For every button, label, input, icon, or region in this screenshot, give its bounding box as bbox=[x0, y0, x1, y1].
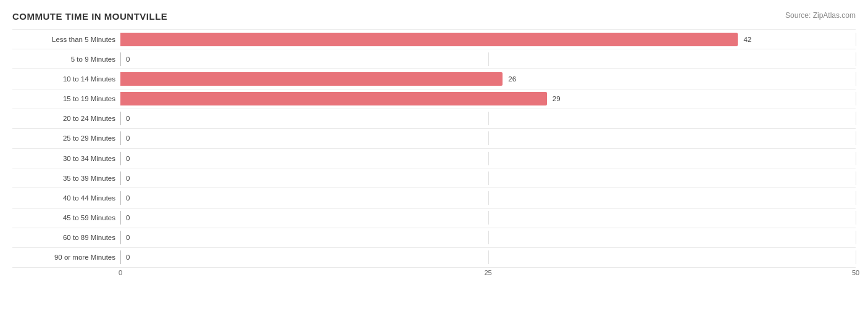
bar-track: 0 bbox=[120, 52, 856, 66]
bar-value-label: 42 bbox=[741, 36, 751, 43]
bar-track: 0 bbox=[120, 131, 856, 145]
bar-row: 90 or more Minutes0 bbox=[12, 248, 856, 268]
chart-area: Less than 5 Minutes425 to 9 Minutes010 t… bbox=[12, 29, 856, 281]
bar-row: 15 to 19 Minutes29 bbox=[12, 89, 856, 109]
bar-track: 0 bbox=[120, 171, 856, 185]
bar-label: 10 to 14 Minutes bbox=[12, 75, 120, 83]
bar-zero-label: 0 bbox=[123, 56, 130, 63]
bar-value-label: 26 bbox=[506, 75, 516, 83]
chart-source: Source: ZipAtlas.com bbox=[785, 11, 856, 20]
bar-track: 0 bbox=[120, 112, 856, 125]
bar-track: 26 bbox=[120, 72, 856, 86]
bar-zero-label: 0 bbox=[123, 234, 130, 241]
chart-container: COMMUTE TIME IN MOUNTVILLE Source: ZipAt… bbox=[0, 0, 868, 322]
bar-row: 25 to 29 Minutes0 bbox=[12, 129, 856, 149]
bar-label: 45 to 59 Minutes bbox=[12, 214, 120, 221]
bar-track: 0 bbox=[120, 211, 856, 225]
bar-row: 30 to 34 Minutes0 bbox=[12, 149, 856, 168]
bar-zero-label: 0 bbox=[123, 194, 130, 202]
bar-value-label: 29 bbox=[550, 95, 561, 102]
bar-row: 5 to 9 Minutes0 bbox=[12, 49, 856, 69]
bar: 42 bbox=[120, 33, 738, 46]
bar-track: 29 bbox=[120, 92, 856, 105]
bar-label: 30 to 34 Minutes bbox=[12, 155, 120, 162]
bar-label: 40 to 44 Minutes bbox=[12, 194, 120, 202]
bar-label: 5 to 9 Minutes bbox=[12, 56, 120, 63]
bar-track: 42 bbox=[120, 33, 856, 46]
bar-row: 20 to 24 Minutes0 bbox=[12, 109, 856, 129]
bar-row: Less than 5 Minutes42 bbox=[12, 29, 856, 49]
bar-label: 20 to 24 Minutes bbox=[12, 115, 120, 122]
bar-zero-label: 0 bbox=[123, 115, 130, 122]
bar-row: 45 to 59 Minutes0 bbox=[12, 208, 856, 228]
bar-zero-label: 0 bbox=[123, 155, 130, 162]
x-tick-label: 0 bbox=[119, 269, 122, 276]
chart-title: COMMUTE TIME IN MOUNTVILLE bbox=[12, 11, 167, 22]
bar-label: 90 or more Minutes bbox=[12, 254, 120, 261]
bar-label: 25 to 29 Minutes bbox=[12, 134, 120, 142]
bar-zero-label: 0 bbox=[123, 214, 130, 221]
header-row: COMMUTE TIME IN MOUNTVILLE Source: ZipAt… bbox=[12, 11, 856, 22]
bar-row: 35 to 39 Minutes0 bbox=[12, 168, 856, 188]
bar-label: 60 to 89 Minutes bbox=[12, 234, 120, 241]
bar-zero-label: 0 bbox=[123, 175, 130, 182]
bar-zero-label: 0 bbox=[123, 254, 130, 261]
bar-track: 0 bbox=[120, 231, 856, 244]
bar: 29 bbox=[120, 92, 547, 105]
bar-track: 0 bbox=[120, 152, 856, 165]
bar-row: 60 to 89 Minutes0 bbox=[12, 228, 856, 248]
x-tick-label: 50 bbox=[852, 269, 859, 276]
bar-track: 0 bbox=[120, 250, 856, 264]
bar-row: 10 to 14 Minutes26 bbox=[12, 69, 856, 89]
x-tick-label: 25 bbox=[484, 269, 491, 276]
bar: 26 bbox=[120, 72, 503, 86]
bar-row: 40 to 44 Minutes0 bbox=[12, 188, 856, 208]
bar-label: Less than 5 Minutes bbox=[12, 36, 120, 43]
bar-track: 0 bbox=[120, 191, 856, 205]
bar-label: 15 to 19 Minutes bbox=[12, 95, 120, 102]
bar-label: 35 to 39 Minutes bbox=[12, 175, 120, 182]
bar-zero-label: 0 bbox=[123, 134, 130, 142]
